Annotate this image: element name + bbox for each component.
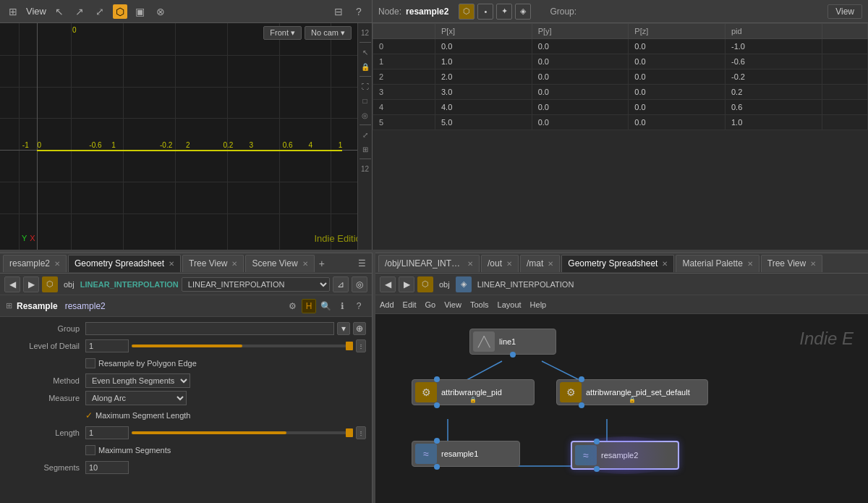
poly-checkbox[interactable]	[85, 358, 95, 368]
tab-geo-spread-right[interactable]: Geometry Spreadsheet ✕	[561, 255, 674, 272]
length-control: ⋮	[85, 426, 366, 439]
tab-mat-palette[interactable]: Material Palette ✕	[676, 255, 759, 272]
vis-tool[interactable]: ◎	[359, 109, 372, 122]
tab-resample2[interactable]: resample2 ✕	[3, 255, 67, 272]
diamond-icon[interactable]: ◈	[515, 4, 531, 20]
segments-label: Segments	[6, 463, 85, 472]
select-tool[interactable]: ↖	[359, 46, 372, 59]
group-label: Group:	[550, 7, 576, 17]
method-control: Even Length Segments	[85, 373, 366, 388]
front-btn[interactable]: Front ▾	[263, 26, 302, 40]
length-menu[interactable]: ⋮	[356, 426, 366, 439]
forward-btn-r[interactable]: ▶	[399, 276, 414, 292]
tab-close-scene[interactable]: ✕	[302, 260, 308, 268]
segments-input[interactable]	[85, 461, 129, 474]
tab-add-btn[interactable]: +	[316, 258, 328, 269]
camera-icon[interactable]: ▣	[133, 4, 148, 19]
method-select[interactable]: Even Length Segments	[85, 373, 190, 388]
view-title: View	[26, 6, 46, 17]
lod-slider[interactable]	[132, 345, 353, 347]
tab-scene-view[interactable]: Scene View ✕	[245, 255, 314, 272]
group-arrow[interactable]: ▾	[337, 322, 350, 335]
tab-geo-spreadsheet[interactable]: Geometry Spreadsheet ✕	[68, 255, 181, 272]
zoom-icon[interactable]: 12	[359, 26, 372, 39]
menu-go[interactable]: Go	[425, 300, 436, 309]
zoom-in-tool[interactable]: 12	[359, 162, 372, 175]
tab-close-geo[interactable]: ✕	[169, 260, 174, 268]
tab-close-resample2[interactable]: ✕	[54, 260, 60, 268]
lod-input[interactable]	[85, 339, 129, 352]
length-input[interactable]	[85, 426, 129, 439]
tab-close-mat[interactable]: ✕	[548, 260, 553, 268]
help-icon[interactable]: ?	[352, 4, 366, 19]
node-resample2[interactable]: ≈ resample2	[571, 441, 679, 470]
path-dropdown[interactable]: LINEAR_INTERPOLATION	[182, 277, 330, 292]
row-cell: 0.2	[726, 85, 822, 100]
rotate-icon[interactable]: ⬡	[113, 4, 127, 19]
menu-edit[interactable]: Edit	[403, 300, 417, 309]
settings-icon[interactable]: ⚙	[285, 299, 299, 313]
obj-label: obj	[61, 280, 77, 289]
snap-tool[interactable]: ⤢	[359, 128, 372, 141]
tab-close-tree-r[interactable]: ✕	[810, 260, 816, 268]
menu-tools[interactable]: Tools	[470, 300, 489, 309]
node-editor-left: resample2 ✕ Geometry Spreadsheet ✕ Tree …	[0, 253, 373, 503]
grid-tool[interactable]: ⊞	[359, 143, 372, 156]
back-btn-r[interactable]: ◀	[380, 276, 396, 292]
tab-label: Tree View	[189, 258, 227, 269]
node-resample1[interactable]: ≈ resample1	[412, 441, 520, 467]
tab-tree-right[interactable]: Tree View ✕	[761, 255, 822, 272]
menu-view[interactable]: View	[444, 300, 461, 309]
cam-btn[interactable]: No cam ▾	[305, 26, 352, 40]
tab-close-mat-pal[interactable]: ✕	[747, 260, 753, 268]
group-input[interactable]	[85, 322, 334, 335]
resample2-out-port	[594, 466, 600, 472]
length-slider[interactable]	[132, 431, 353, 434]
menu-help[interactable]: Help	[530, 300, 547, 309]
pan-tool[interactable]: ⛶	[359, 80, 372, 93]
lod-menu[interactable]: ⋮	[356, 339, 366, 352]
back-btn[interactable]: ◀	[4, 276, 20, 292]
attrib-pid-icon: ⚙	[415, 382, 437, 402]
param-maxseg-row: ✓ Maximum Segment Length	[0, 407, 372, 424]
search-icon[interactable]: 🔍	[318, 299, 333, 313]
star-icon[interactable]: ✦	[496, 4, 512, 20]
lock-tool[interactable]: 🔒	[359, 60, 372, 73]
spreadsheet-header: Node: resample2 ⬡ • ✦ ◈ Group: View	[373, 0, 868, 23]
tab-tree-view[interactable]: Tree View ✕	[182, 255, 244, 272]
help-icon[interactable]: ?	[352, 299, 366, 313]
layout-icon[interactable]: ⊟	[331, 4, 346, 19]
tab-close-out[interactable]: ✕	[506, 260, 512, 268]
tab-mat[interactable]: /mat ✕	[520, 255, 560, 272]
tab-menu-btn[interactable]: ☰	[355, 258, 369, 269]
node-attrib-default[interactable]: ⚙ attribwrangle_pid_set_default 🔒	[556, 379, 708, 405]
tab-close-tree[interactable]: ✕	[231, 260, 237, 268]
tab-out[interactable]: /out ✕	[481, 255, 519, 272]
line1-out-port	[510, 352, 516, 358]
row-cell: 0.6	[726, 100, 822, 115]
tab-interpolation[interactable]: /obj/LINEAR_INTERPOLATI... ✕	[378, 255, 480, 272]
circle-stop-icon[interactable]: ⊗	[153, 4, 168, 19]
forward-btn[interactable]: ▶	[23, 276, 39, 292]
dot-icon[interactable]: •	[477, 4, 493, 20]
node-attrib-pid[interactable]: ⚙ attribwrangle_pid 🔒	[412, 379, 535, 405]
maxsegs-checkbox[interactable]	[85, 445, 95, 455]
info-icon[interactable]: ℹ	[335, 299, 349, 313]
arrow-icon[interactable]: ↗	[72, 4, 87, 19]
node-line1[interactable]: ╱╲ line1	[469, 329, 556, 355]
group-target[interactable]: ⊕	[353, 322, 366, 335]
view-button[interactable]: View	[827, 4, 862, 19]
select-icon[interactable]: ↖	[52, 4, 67, 19]
tab-close-geo-r[interactable]: ✕	[662, 260, 668, 268]
tab-close-interp[interactable]: ✕	[467, 260, 473, 268]
transform-icon[interactable]: ⤢	[93, 4, 107, 19]
menu-add[interactable]: Add	[380, 300, 394, 309]
frame-tool[interactable]: □	[359, 94, 372, 107]
geo-icon[interactable]: ⬡	[459, 4, 475, 20]
menu-layout[interactable]: Layout	[498, 300, 522, 309]
attrib-pid-label: attribwrangle_pid	[437, 388, 506, 397]
h-icon[interactable]: H	[302, 299, 316, 313]
measure-select[interactable]: Along Arc	[85, 391, 187, 405]
eye-btn[interactable]: ◎	[352, 276, 367, 292]
pin-btn[interactable]: ⊿	[333, 276, 349, 292]
